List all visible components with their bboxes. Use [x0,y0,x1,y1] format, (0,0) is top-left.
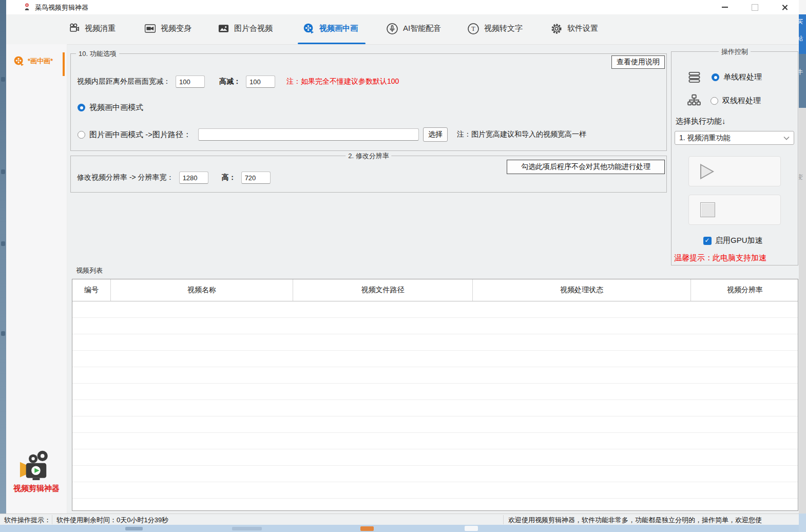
minimize-button[interactable] [714,0,736,14]
video-pip-mode-label: 视频画中画模式 [89,103,143,112]
start-button[interactable] [688,156,781,186]
close-icon [781,4,788,11]
resolution-label: 修改视频分辨率 -> 分辨率宽： [77,173,174,182]
view-manual-button[interactable]: 查看使用说明 [611,55,665,69]
table-row [72,334,798,351]
tab-label: 图片合视频 [234,24,273,33]
video-pip-mode-radio[interactable] [78,104,85,111]
group-title: 10. 功能选项 [76,49,119,59]
movie-camera-icon [68,23,80,34]
sidebar-item-label: *画中画* [28,56,53,66]
selected-function: 1. 视频消重功能 [679,134,783,143]
dual-thread-icon [686,93,702,108]
tab-settings[interactable]: 软件设置 [550,14,598,43]
gpu-accel-checkbox[interactable] [703,237,712,245]
video-list-title: 视频列表 [76,266,103,275]
width-reduce-input[interactable] [176,75,205,88]
tab-label: 软件设置 [567,24,598,33]
window-title: 菜鸟视频剪辑神器 [35,3,88,12]
single-thread-icon [687,70,701,84]
table-row [72,482,798,499]
exclusive-mode-note-button[interactable]: 勾选此项后程序不会对其他功能进行处理 [507,160,665,174]
maximize-button[interactable] [743,0,766,14]
edge-text-fragment: 买 [799,18,803,25]
active-tab-indicator [298,43,366,44]
col-file-path: 视频文件路径 [293,279,473,301]
tab-image-to-video[interactable]: 图片合视频 [218,14,273,43]
minimize-icon [722,7,728,8]
table-row [72,301,798,318]
taskbar-fragment [360,526,374,531]
photo-icon [218,23,229,34]
tab-video-pip[interactable]: 视频画中画 [303,14,358,43]
table-header: 编号 视频名称 视频文件路径 视频处理状态 视频分辨率 [72,279,798,301]
background-window-edge: 买 站 牛 变 [799,0,806,532]
tab-label: 视频画中画 [319,24,358,33]
status-separator [52,515,52,524]
table-row [72,351,798,367]
tab-video-transform[interactable]: 视频变身 [144,14,191,43]
table-row [72,384,798,400]
resolution-height-input[interactable] [241,172,271,184]
gpu-support-note: 温馨提示：此电脑支持加速 [674,253,766,263]
sidebar: *画中画* 视频剪辑神器 [6,44,67,514]
tab-label: 视频消重 [85,24,116,33]
function-select-dropdown[interactable]: 1. 视频消重功能 [675,131,794,145]
group-title: 2. 修改分辨率 [346,151,391,161]
default-param-note: 注：如果完全不懂建议参数默认100 [286,77,399,86]
dual-thread-radio[interactable] [711,97,718,105]
edge-segment: 买 站 [799,14,806,54]
table-row [72,449,798,466]
film-reel-icon [303,23,315,34]
movie-camera-logo-icon [17,449,55,481]
maximize-icon [752,4,758,11]
status-welcome-text: 欢迎使用视频剪辑神器，软件功能非常多，功能都是独立分明的，操作简单，欢迎您使 [508,516,762,525]
browse-image-button[interactable]: 选择 [423,127,448,142]
image-pip-mode-label: 图片画中画模式 ->图片路径： [89,130,191,140]
brand-logo-text: 视频剪辑神器 [6,484,67,493]
table-row [72,400,798,416]
letter-t-circle-icon: T [467,23,479,35]
edge-segment: 变 [799,108,806,514]
height-reduce-input[interactable] [246,75,275,88]
panel-title: 操作控制 [719,47,751,56]
image-pip-mode-radio[interactable] [78,131,85,139]
status-separator [503,515,504,524]
desktop-icon-fragment [1,241,5,246]
table-row [72,433,798,449]
single-thread-radio[interactable] [712,73,719,81]
gpu-accel-label: 启用GPU加速 [715,236,763,245]
resolution-height-label: 高： [222,173,236,182]
tab-ai-dubbing[interactable]: AI智能配音 [386,14,441,43]
stop-button[interactable] [688,195,781,225]
tab-label: 视频转文字 [484,24,523,33]
app-logo-icon [23,3,31,11]
video-list-table: 编号 视频名称 视频文件路径 视频处理状态 视频分辨率 [72,279,798,511]
tab-label: 视频变身 [161,24,191,33]
select-function-label: 选择执行功能↓ [676,117,726,126]
edge-text-fragment: 变 [799,174,803,181]
tab-label: AI智能配音 [403,24,441,33]
tab-video-to-text[interactable]: T 视频转文字 [467,14,523,43]
desktop-icon-fragment [1,169,5,174]
table-row [72,367,798,384]
desktop-icon-fragment [1,331,5,336]
dual-thread-label: 双线程处理 [722,96,761,106]
sidebar-item-pip[interactable]: *画中画* [13,55,53,67]
film-reel-icon [13,55,25,67]
close-button[interactable] [773,0,796,14]
table-body [72,301,798,515]
brand-logo: 视频剪辑神器 [6,449,67,493]
resolution-width-input[interactable] [179,172,208,184]
resolution-group: 2. 修改分辨率 勾选此项后程序不会对其他功能进行处理 修改视频分辨率 -> 分… [70,156,667,193]
single-thread-label: 单线程处理 [723,72,762,82]
app-window: 菜鸟视频剪辑神器 视频消重 视频变身 [0,0,806,532]
image-path-input[interactable] [198,128,419,141]
microphone-icon [386,23,398,35]
title-bar: 菜鸟视频剪辑神器 [6,0,799,14]
tab-video-dedup[interactable]: 视频消重 [68,14,116,43]
col-resolution: 视频分辨率 [691,279,799,301]
taskbar-fragment [125,527,143,530]
svg-text:T: T [471,25,475,32]
table-row [72,318,798,334]
